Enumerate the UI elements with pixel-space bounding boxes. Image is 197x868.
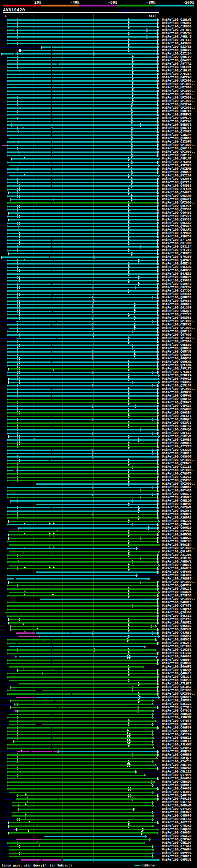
svg-text:UniRef100_Q39836: UniRef100_Q39836 — [162, 279, 192, 282]
svg-text:UniRef100_UPI000..: UniRef100_UPI000.. — [162, 689, 195, 692]
svg-text:UniRef100_P63244: UniRef100_P63244 — [162, 103, 192, 106]
svg-text:UniRef100_B5VPP1: UniRef100_B5VPP1 — [162, 851, 192, 855]
svg-text:UniRef100_UPI000..: UniRef100_UPI000.. — [162, 150, 195, 154]
svg-text:UniRef100_A5E792: UniRef100_A5E792 — [162, 763, 192, 767]
svg-text:UniRef100_B6K8C2: UniRef100_B6K8C2 — [162, 638, 192, 641]
svg-text:UniRef100_O24076: UniRef100_O24076 — [162, 191, 192, 194]
svg-text:UniRef100_B0ENZ3: UniRef100_B0ENZ3 — [162, 811, 192, 814]
svg-text:UniRef100_Q1XGE0: UniRef100_Q1XGE0 — [162, 130, 192, 133]
svg-text:UniRef100_B4DVD2: UniRef100_B4DVD2 — [162, 502, 192, 506]
svg-text:UniRef100_A2Q9R8: UniRef100_A2Q9R8 — [162, 516, 192, 520]
svg-text:UniRef100_UPI000..: UniRef100_UPI000.. — [162, 597, 195, 601]
svg-text:UniRef100_B4KUT6: UniRef100_B4KUT6 — [162, 601, 192, 604]
svg-text:UniRef100_B2ADC3: UniRef100_B2ADC3 — [162, 408, 192, 411]
svg-text:UniRef100_A7LH77: UniRef100_A7LH77 — [162, 682, 192, 685]
svg-text:UniRef100_Q0GN69: UniRef100_Q0GN69 — [162, 753, 192, 756]
svg-text:UniRef100_UPI000..: UniRef100_UPI000.. — [162, 340, 195, 343]
svg-text:UniRef100_B7G365: UniRef100_B7G365 — [162, 255, 192, 259]
svg-text:UniRef100_O96653: UniRef100_O96653 — [162, 787, 192, 790]
svg-text:UniRef100_B4IZB0: UniRef100_B4IZB0 — [162, 652, 192, 655]
svg-text:UniRef100_UPI000..: UniRef100_UPI000.. — [162, 469, 195, 472]
svg-text:UniRef100_P49027: UniRef100_P49027 — [162, 563, 192, 567]
svg-text:UniRef100_C7EWL6: UniRef100_C7EWL6 — [162, 370, 192, 374]
svg-text:UniRef100_Q4N2Q8: UniRef100_Q4N2Q8 — [162, 669, 192, 672]
svg-text:=100char.: =100char. — [141, 864, 158, 867]
svg-text:UniRef100_Q2FBK6: UniRef100_Q2FBK6 — [162, 401, 192, 404]
svg-text:UniRef100_B4LCS2: UniRef100_B4LCS2 — [162, 614, 192, 618]
svg-text:UniRef100_B7FKR5: UniRef100_B7FKR5 — [162, 188, 192, 191]
svg-text:UniRef100_Q6DIV0: UniRef100_Q6DIV0 — [162, 55, 192, 59]
svg-text:UniRef100_Q870G6: UniRef100_Q870G6 — [162, 333, 192, 337]
svg-text:UniRef100_C5MFL3: UniRef100_C5MFL3 — [162, 740, 192, 743]
svg-text:UniRef100_A9RL45: UniRef100_A9RL45 — [162, 35, 192, 38]
svg-text:UniRef100_B0EIS0: UniRef100_B0EIS0 — [162, 817, 192, 821]
svg-text:UniRef100_O65851: UniRef100_O65851 — [162, 634, 192, 638]
svg-text:UniRef100_A9NWJ9: UniRef100_A9NWJ9 — [162, 170, 192, 174]
svg-text:UniRef100_A7S9A5: UniRef100_A7S9A5 — [162, 160, 192, 164]
svg-text:UniRef100_C9SQ11: UniRef100_C9SQ11 — [162, 309, 192, 313]
svg-text:UniRef100_Q24D42: UniRef100_Q24D42 — [162, 746, 192, 750]
svg-text:UniRef100_Q9SXR9: UniRef100_Q9SXR9 — [162, 194, 192, 198]
svg-text:UniRef100_C0Z2G7: UniRef100_C0Z2G7 — [162, 286, 192, 289]
svg-text:UniRef100_B9SU88: UniRef100_B9SU88 — [162, 316, 192, 320]
svg-text:UniRef100_A8WUZ1: UniRef100_A8WUZ1 — [162, 621, 192, 624]
svg-text:UniRef100_UPI000..: UniRef100_UPI000.. — [162, 106, 195, 110]
svg-text:UniRef100_B7T1N8: UniRef100_B7T1N8 — [162, 238, 192, 242]
svg-text:UniRef100_Q7YST8: UniRef100_Q7YST8 — [162, 706, 192, 709]
svg-text:UniRef100_C3KHC5: UniRef100_C3KHC5 — [162, 252, 192, 255]
svg-text:UniRef100_C5L225: UniRef100_C5L225 — [162, 770, 192, 773]
svg-text:UniRef100_P46800: UniRef100_P46800 — [162, 655, 192, 658]
svg-text:UniRef100_C4LTS8: UniRef100_C4LTS8 — [162, 801, 192, 804]
svg-text:UniRef100_A7TZ75: UniRef100_A7TZ75 — [162, 445, 192, 448]
svg-text:UniRef100_Q6L4F8: UniRef100_Q6L4F8 — [162, 550, 192, 553]
svg-text:UniRef100_Q5DD54: UniRef100_Q5DD54 — [162, 658, 192, 662]
svg-text:UniRef100_Q2FBK5: UniRef100_Q2FBK5 — [162, 462, 192, 465]
svg-text:UniRef100_Q1WLW3: UniRef100_Q1WLW3 — [162, 18, 192, 22]
svg-text:UniRef100_B4KG59: UniRef100_B4KG59 — [162, 269, 192, 272]
svg-text:UniRef100_C1H819: UniRef100_C1H819 — [162, 452, 192, 455]
svg-text:UniRef100_Q4DTN2: UniRef100_Q4DTN2 — [162, 794, 192, 797]
svg-text:UniRef100_O42249: UniRef100_O42249 — [162, 120, 192, 123]
svg-text:UniRef100_C0PTF3: UniRef100_C0PTF3 — [162, 154, 192, 157]
svg-text:UniRef100_UPI000..: UniRef100_UPI000.. — [162, 201, 195, 205]
svg-text:UniRef100_B6SJ21: UniRef100_B6SJ21 — [162, 520, 192, 523]
svg-text:UniRef100_UPI000..: UniRef100_UPI000.. — [162, 96, 195, 99]
svg-text:UniRef100_B2XYE5: UniRef100_B2XYE5 — [162, 45, 192, 49]
svg-text:UniRef100_A5K5I4: UniRef100_A5K5I4 — [162, 699, 192, 702]
svg-text:UniRef100_UPI000..: UniRef100_UPI000.. — [162, 547, 195, 550]
svg-text:UniRef100_C5E1D7: UniRef100_C5E1D7 — [162, 841, 192, 845]
svg-text:UniRef100_B4K3F2: UniRef100_B4K3F2 — [162, 641, 192, 645]
svg-text:UniRef100_B4E0C3: UniRef100_B4E0C3 — [162, 574, 192, 577]
svg-text:UniRef100_Q10281: UniRef100_Q10281 — [162, 648, 192, 652]
svg-text:UniRef100_C5PCX6: UniRef100_C5PCX6 — [162, 323, 192, 327]
svg-text:UniRef100_Q6BKH8: UniRef100_Q6BKH8 — [162, 723, 192, 726]
svg-text:UniRef100_Q2I164: UniRef100_Q2I164 — [162, 52, 192, 55]
svg-text:UniRef100_A9P926: UniRef100_A9P926 — [162, 164, 192, 167]
svg-text:UniRef100_Q9C4Z6: UniRef100_Q9C4Z6 — [162, 225, 192, 228]
svg-text:UniRef100_P69103: UniRef100_P69103 — [162, 797, 192, 801]
svg-text:UniRef100_C0H7X9: UniRef100_C0H7X9 — [162, 110, 192, 113]
svg-text:UniRef100_Q4PBV5: UniRef100_Q4PBV5 — [162, 259, 192, 262]
svg-text:UniRef100_Q9U4Y2: UniRef100_Q9U4Y2 — [162, 523, 192, 526]
svg-text:UniRef100_A9QQB5: UniRef100_A9QQB5 — [162, 577, 192, 581]
svg-text:UniRef100_UPI000..: UniRef100_UPI000.. — [162, 93, 195, 96]
svg-text:UniRef100_UPI000..: UniRef100_UPI000.. — [162, 144, 195, 147]
svg-text:UniRef100_UPI000..: UniRef100_UPI000.. — [162, 99, 195, 103]
svg-text:UniRef100_C5DGD7: UniRef100_C5DGD7 — [162, 780, 192, 784]
svg-text:UniRef100_A8Q263: UniRef100_A8Q263 — [162, 750, 192, 753]
svg-text:UniRef100_C8YZ71: UniRef100_C8YZ71 — [162, 215, 192, 218]
svg-text:UniRef100_UPI000..: UniRef100_UPI000.. — [162, 327, 195, 330]
svg-text:UniRef100_Q6EEB0: UniRef100_Q6EEB0 — [162, 343, 192, 347]
svg-text:UniRef100_B3L122: UniRef100_B3L122 — [162, 702, 192, 706]
svg-text:~40%: ~40% — [70, 1, 80, 5]
svg-text:UniRef100_A4S6H8: UniRef100_A4S6H8 — [162, 42, 192, 45]
svg-text:UniRef100_Q56J80: UniRef100_Q56J80 — [162, 611, 192, 614]
svg-text:UniRef100_B8AWF2: UniRef100_B8AWF2 — [162, 665, 192, 669]
svg-text:UniRef100_C1MZG8: UniRef100_C1MZG8 — [162, 32, 192, 35]
svg-text:UniRef100_Q27JQ8: UniRef100_Q27JQ8 — [162, 289, 192, 292]
svg-text:UniRef100_Q25189: UniRef100_Q25189 — [162, 384, 192, 388]
svg-text:UniRef100_B5DFX3: UniRef100_B5DFX3 — [162, 113, 192, 116]
svg-text:UniRef100_A6ZIC2: UniRef100_A6ZIC2 — [162, 821, 192, 824]
svg-text:UniRef100_Q801L8: UniRef100_Q801L8 — [162, 330, 192, 333]
svg-text:UniRef100_Q8AVP6: UniRef100_Q8AVP6 — [162, 59, 192, 62]
